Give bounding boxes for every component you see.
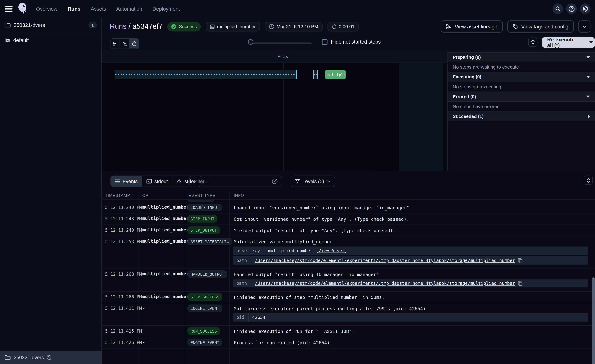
nav-item-assets[interactable]: Assets	[91, 6, 106, 12]
nav-item-deployment[interactable]: Deployment	[152, 6, 180, 12]
column-header-event-type: EVENT TYPE	[189, 193, 215, 197]
event-timestamp: 5:12:11.266 PM	[105, 294, 142, 300]
zoom-slider-handle[interactable]	[248, 39, 253, 45]
zoom-slider-track[interactable]	[248, 42, 312, 44]
gantt-chart: 0.5s multipli… Search and filter steps H…	[102, 51, 595, 190]
path-link[interactable]: /Users/smackesey/stm/code/elementl/exper…	[255, 258, 515, 263]
event-type-badge: ASSET_MATERIALI…	[187, 238, 232, 245]
timed-view-button[interactable]	[129, 39, 139, 49]
event-info: Finished execution of step "multiplied_n…	[234, 294, 588, 301]
event-timestamp: 5:12:11.263 PM	[105, 272, 142, 277]
copy-icon[interactable]	[518, 281, 523, 286]
success-check-icon	[171, 24, 177, 29]
event-row[interactable]: 5:12:11.426 PM-ENGINE_EVENTProcess for r…	[102, 337, 595, 349]
waterfall-view-button[interactable]	[120, 39, 129, 49]
sidebar-item-default[interactable]: default	[0, 33, 101, 47]
tab-events[interactable]: Events	[111, 176, 142, 187]
levels-filter-button[interactable]: Levels (5)	[291, 175, 335, 187]
chevron-down-icon	[586, 180, 590, 183]
path-link[interactable]: /Users/smackesey/stm/code/elementl/exper…	[255, 280, 515, 286]
event-row[interactable]: 5:12:11.415 PM-RUN_SUCCESSFinished execu…	[102, 326, 595, 337]
nav-item-overview[interactable]: Overview	[36, 6, 57, 12]
more-actions-button[interactable]	[578, 21, 590, 33]
event-row[interactable]: 5:12:11.263 PMmultiplied_numberHANDLED_O…	[102, 269, 595, 292]
metadata-value: /Users/smackesey/stm/code/elementl/exper…	[251, 258, 523, 263]
help-button[interactable]	[566, 3, 577, 14]
status-section-body: No steps are executing	[448, 82, 595, 92]
metadata-row: pid42654	[233, 313, 588, 322]
event-info: Multiprocess executor: parent process ex…	[234, 305, 588, 312]
sidebar-repo-row[interactable]: 250321-dvers 1	[0, 17, 101, 33]
flat-list-icon	[113, 42, 118, 46]
event-row[interactable]: 5:12:11.243 PMmultiplied_numberSTEP_INPU…	[102, 214, 595, 225]
status-section-title: Executing (0)	[453, 74, 481, 80]
top-nav-links: OverviewRunsAssetsAutomationDeployment	[36, 6, 180, 12]
run-header: Runs / a5347ef7 Success multiplied_numbe…	[102, 17, 595, 36]
event-row[interactable]: 5:12:11.411 PM-ENGINE_EVENTMultiprocess …	[102, 303, 595, 326]
event-info: Materialized value multiplied_number.	[234, 238, 588, 245]
clipped-badge	[187, 200, 214, 202]
event-row[interactable]: 5:12:11.240 PMmultiplied_numberLOADED_IN…	[102, 202, 595, 214]
status-section-header[interactable]: Errored (0)	[448, 92, 595, 102]
nav-item-runs[interactable]: Runs	[68, 6, 80, 12]
view-asset-link[interactable]: View Asset	[318, 248, 345, 253]
run-datetime-pill: Mar 21, 5:12:10 PM	[265, 22, 322, 31]
hamburger-menu-icon[interactable]	[5, 6, 13, 12]
metadata-row: path/Users/smackesey/stm/code/elementl/e…	[233, 256, 588, 265]
tab-stdout[interactable]: stdout	[142, 176, 172, 187]
event-row[interactable]: 5:12:11.253 PMmultiplied_numberASSET_MAT…	[102, 236, 595, 269]
event-row[interactable]: 5:12:11.249 PMmultiplied_numberSTEP_OUTP…	[102, 225, 595, 236]
clock-icon	[269, 24, 274, 29]
event-row[interactable]: 5:12:11.266 PMmultiplied_numberSTEP_SUCC…	[102, 292, 595, 303]
filter-clear-button[interactable]	[272, 178, 278, 184]
status-section-header[interactable]: Preparing (0)	[448, 52, 595, 62]
chevron-up-icon	[586, 178, 590, 180]
clipped-event-row	[102, 200, 595, 202]
gantt-step-bar[interactable]: multipli…	[325, 70, 346, 79]
metadata-value: 42654	[248, 315, 265, 320]
event-type-badge: STEP_INPUT	[187, 215, 218, 223]
metadata-value: multiplied_number[View Asset]	[264, 248, 347, 253]
expand-collapse-button[interactable]	[528, 37, 537, 47]
copy-icon[interactable]	[518, 258, 523, 263]
view-tags-config-button[interactable]: View tags and config	[507, 21, 574, 33]
chevron-down-icon	[531, 42, 534, 45]
status-section-header[interactable]: Succeeded (1)	[448, 112, 595, 121]
reexecute-all-button[interactable]: Re-execute all (*)	[542, 37, 587, 48]
settings-button[interactable]	[580, 3, 590, 14]
event-info: Finished execution of run for "__ASSET_J…	[234, 328, 588, 335]
events-scrollbar[interactable]	[592, 277, 595, 364]
reexecute-dropdown-button[interactable]	[587, 37, 595, 48]
events-expand-button[interactable]	[584, 175, 593, 185]
list-icon	[115, 179, 120, 183]
status-badge: Success	[168, 22, 201, 31]
metadata-value: /Users/smackesey/stm/code/elementl/exper…	[251, 280, 523, 286]
header-actions: View asset lineage View tags and config	[441, 21, 590, 33]
gear-icon	[582, 6, 588, 12]
reexecute-split-button: Re-execute all (*)	[542, 37, 595, 48]
search-button[interactable]	[552, 3, 563, 14]
stopwatch-icon	[132, 41, 137, 46]
view-asset-lineage-button[interactable]: View asset lineage	[441, 21, 503, 33]
chevron-down-icon	[327, 180, 331, 183]
metadata-row: path/Users/smackesey/stm/code/elementl/e…	[233, 279, 588, 287]
caret-down-icon	[586, 76, 590, 78]
tab-label: Events	[123, 178, 138, 184]
axis-tick-label: 0.5s	[278, 54, 288, 59]
hide-not-started-checkbox[interactable]	[322, 39, 327, 45]
metadata-label: path	[233, 279, 251, 287]
nav-item-automation[interactable]: Automation	[116, 6, 142, 12]
caret-down-icon	[586, 96, 590, 98]
flat-view-button[interactable]	[110, 39, 120, 49]
sidebar-footer[interactable]: 250321-dvers	[0, 351, 102, 364]
top-nav: OverviewRunsAssetsAutomationDeployment	[0, 0, 595, 17]
event-type-badge: STEP_SUCCESS	[187, 293, 222, 301]
breadcrumb-runs-link[interactable]: Runs	[110, 22, 127, 30]
status-section-header[interactable]: Executing (0)	[448, 72, 595, 82]
log-filter-input[interactable]: Filter...	[189, 175, 282, 187]
search-icon	[555, 6, 561, 12]
event-op: -	[142, 305, 145, 311]
event-timestamp: 5:12:11.243 PM	[105, 216, 142, 222]
asset-tag-pill[interactable]: multiplied_number	[205, 22, 260, 31]
event-type-badge: HANDLED_OUTPUT	[187, 270, 227, 278]
